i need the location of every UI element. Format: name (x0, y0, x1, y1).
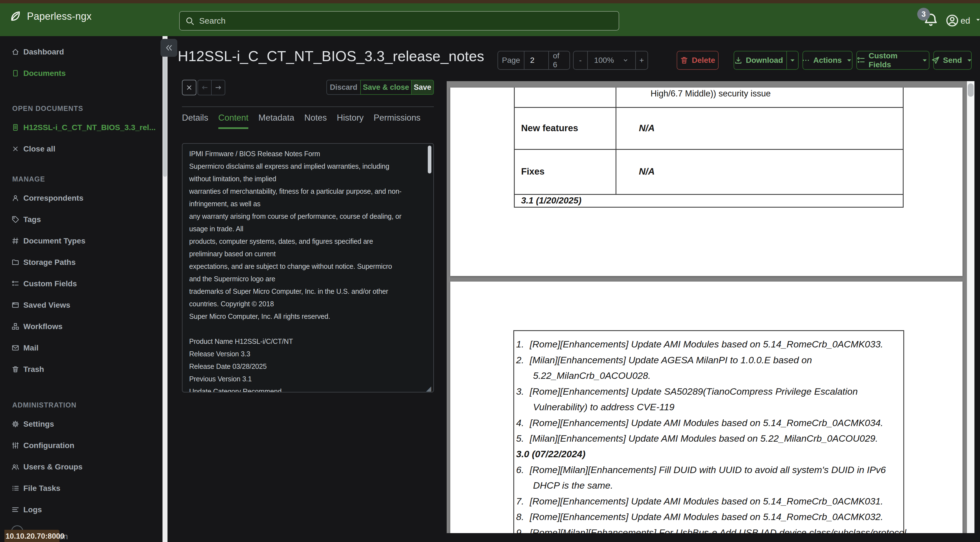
trash-icon (680, 56, 688, 64)
sidebar-item-correspondents[interactable]: Correspondents (0, 187, 162, 209)
previous-document-button[interactable] (198, 80, 212, 95)
sidebar-item-label: Mail (23, 344, 38, 352)
pdf-list-number: 1. (516, 339, 524, 350)
people-icon (12, 463, 19, 470)
pdf-list-item: 5.22_MilanCrb_0ACOU028. (450, 370, 963, 382)
boxes-icon (12, 323, 19, 330)
caret-down-icon (965, 56, 974, 64)
sidebar-item-dashboard[interactable]: Dashboard (0, 41, 162, 62)
collapse-sidebar-button[interactable] (161, 39, 177, 57)
sidebar-item-logs[interactable]: Logs (0, 499, 162, 520)
hash-icon (12, 237, 19, 245)
editor-tabs: DetailsContentMetadataNotesHistoryPermis… (182, 113, 420, 129)
sidebar-item-workflows[interactable]: Workflows (0, 316, 162, 337)
notification-badge[interactable]: 3 (917, 8, 930, 21)
pdf-list-text: [Rome][Enhancements] Update SA50289(Tian… (530, 386, 858, 397)
chevron-down-icon (622, 57, 629, 64)
avatar-icon[interactable] (945, 14, 959, 27)
textarea-scrollbar-thumb[interactable] (428, 146, 431, 174)
sidebar-item-mail[interactable]: Mail (0, 337, 162, 359)
tab-metadata[interactable]: Metadata (258, 113, 294, 129)
sidebar-item-label: Configuration (23, 441, 75, 450)
save-button[interactable]: Save (411, 80, 434, 95)
username[interactable]: ed (961, 16, 970, 26)
sidebar: DashboardDocumentsOPEN DOCUMENTSH12SSL-i… (0, 36, 162, 542)
tasks-icon (12, 485, 19, 492)
send-icon (931, 56, 940, 64)
ellipsis-icon (802, 56, 810, 64)
pdf-preview-pane: High/6.7 Middle)) security issue New fea… (447, 81, 974, 533)
page-title: H12SSL-i_C_CT_NT_BIOS_3.3_release_notes (178, 48, 484, 64)
zoom-level-select[interactable]: 100% (587, 51, 635, 69)
pdf-table-row-value: N/A (639, 149, 655, 194)
discard-button[interactable]: Discard (326, 80, 361, 95)
page-number-input[interactable] (528, 56, 544, 65)
textarea-resize-handle[interactable]: ◢ (426, 385, 431, 392)
sidebar-item-document-types[interactable]: Document Types (0, 230, 162, 252)
tab-history[interactable]: History (337, 113, 364, 129)
delete-button[interactable]: Delete (677, 51, 719, 70)
tab-permissions[interactable]: Permissions (374, 113, 420, 129)
pdf-version-heading: 3.0 (07/22/2024) (450, 448, 963, 460)
sidebar-item-documents[interactable]: Documents (0, 62, 162, 84)
page-total: of 6 (548, 51, 570, 69)
pdf-list-text: [Rome][Enhancements] Update AMI Modules … (530, 339, 883, 350)
content-textarea[interactable]: IPMI Firmware / BIOS Release Notes Form … (182, 143, 434, 392)
send-button[interactable]: Send (933, 51, 972, 70)
sidebar-item-saved-views[interactable]: Saved Views (0, 294, 162, 316)
tab-details[interactable]: Details (182, 113, 208, 129)
global-search[interactable] (179, 11, 619, 30)
brand[interactable]: Paperless-ngx (9, 0, 92, 33)
custom-fields-label: Custom Fields (869, 51, 917, 69)
sidebar-item-h12ssl-i-c-ct-nt-bios-3-3-rel[interactable]: H12SSL-i_C_CT_NT_BIOS_3.3_rel... (0, 117, 162, 138)
pdf-list-item: 1.[Rome][Enhancements] Update AMI Module… (450, 338, 963, 350)
sidebar-scrollbar-thumb[interactable] (163, 38, 167, 177)
pdf-list-item: 5.[Milan][Enhancements] Update AMI Modul… (450, 432, 963, 445)
house-icon (12, 48, 19, 56)
sidebar-item-label: Document Types (23, 236, 86, 245)
zoom-out-button[interactable]: - (574, 51, 587, 69)
pdf-list-number: 6. (516, 464, 524, 475)
custom-fields-button[interactable]: Custom Fields (856, 51, 929, 70)
folder-icon (12, 258, 19, 266)
sidebar-item-close-all[interactable]: Close all (0, 138, 162, 159)
send-label: Send (943, 56, 962, 65)
sidebar-item-label: Settings (23, 420, 54, 429)
sidebar-item-tags[interactable]: Tags (0, 209, 162, 230)
logs-icon (12, 506, 19, 513)
actions-button[interactable]: Actions (802, 51, 853, 70)
sidebar-item-label: Storage Paths (23, 258, 76, 267)
pdf-list-item: 6.[Rome][Milan][Enhancements] Fill DUID … (450, 464, 963, 476)
sidebar-item-file-tasks[interactable]: File Tasks (0, 478, 162, 499)
page-label: Page (498, 51, 524, 69)
pdf-list-number: 4. (516, 418, 524, 428)
download-button[interactable]: Download (733, 51, 799, 70)
zoom-in-button[interactable]: + (635, 51, 648, 69)
sidebar-item-settings[interactable]: Settings (0, 413, 162, 435)
next-document-button[interactable] (212, 80, 225, 95)
search-icon (185, 16, 194, 25)
close-editor-button[interactable] (182, 80, 196, 95)
search-input[interactable] (199, 16, 613, 26)
pdf-list-text: [Milan][Enhancements] Update AMI Modules… (530, 433, 878, 444)
sidebar-item-trash[interactable]: Trash (0, 359, 162, 380)
pdf-table: High/6.7 Middle)) security issue New fea… (514, 88, 904, 208)
caret-down-icon (788, 56, 797, 64)
sidebar-item-users-groups[interactable]: Users & Groups (0, 456, 162, 478)
sidebar-item-configuration[interactable]: Configuration (0, 435, 162, 456)
sidebar-item-label: Workflows (23, 322, 62, 331)
tab-content[interactable]: Content (218, 113, 248, 129)
sidebar-item-storage-paths[interactable]: Storage Paths (0, 252, 162, 273)
pdf-list-number: 3. (516, 386, 524, 397)
tab-notes[interactable]: Notes (304, 113, 327, 129)
preview-scrollbar-thumb[interactable] (968, 83, 974, 97)
download-dropdown-toggle[interactable] (786, 51, 798, 69)
preview-scrollbar[interactable] (967, 81, 974, 533)
save-and-close-button[interactable]: Save & close (360, 80, 412, 95)
pdf-list-item: 8.[Rome][Enhancements] Update AMI Module… (450, 510, 963, 523)
sidebar-item-label: Documents (23, 69, 65, 78)
download-main[interactable]: Download (734, 51, 783, 69)
clipped-sidebar-icon (11, 525, 23, 530)
user-menu-caret-icon[interactable] (974, 16, 980, 23)
sidebar-item-custom-fields[interactable]: Custom Fields (0, 273, 162, 294)
